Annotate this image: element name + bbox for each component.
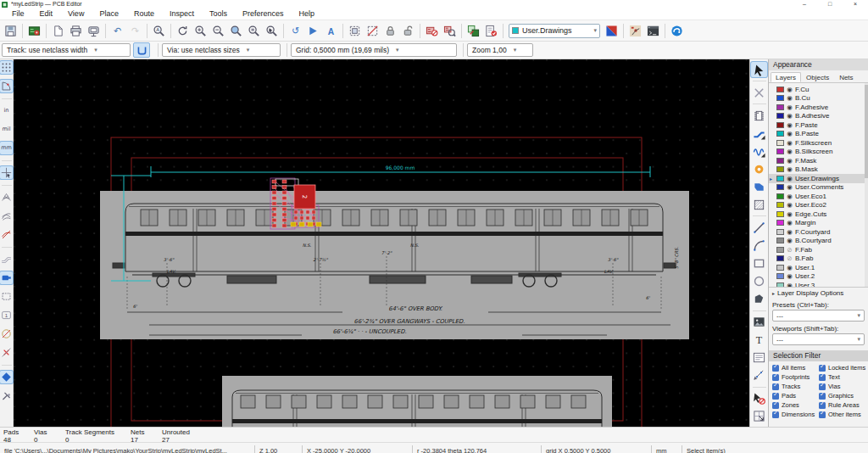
- layer-row[interactable]: ◉User.3: [769, 281, 868, 287]
- layer-row[interactable]: ◉B.Paste: [769, 130, 868, 139]
- add-text-button[interactable]: T: [751, 333, 767, 348]
- layer-row[interactable]: ◉F.Courtyard: [769, 227, 868, 237]
- curved-ratsnest-button[interactable]: [0, 210, 13, 222]
- smd-pad[interactable]: [312, 210, 315, 214]
- menu-inspect[interactable]: Inspect: [162, 8, 202, 20]
- layer-select[interactable]: User.Drawings▾: [509, 24, 600, 38]
- smd-pad[interactable]: [282, 197, 287, 200]
- search-footprints-button[interactable]: [441, 22, 459, 40]
- checkbox-checked[interactable]: [772, 374, 779, 381]
- layer-row[interactable]: ⊘B.Fab: [769, 254, 868, 264]
- layer-row[interactable]: ◉User.Comments: [769, 183, 868, 193]
- ungroup-button[interactable]: [364, 22, 381, 40]
- layer-row[interactable]: ◉User.2: [769, 272, 868, 282]
- rotate-ccw-button[interactable]: ↺: [287, 22, 304, 40]
- draw-line-button[interactable]: [751, 220, 767, 235]
- save-button[interactable]: [2, 22, 19, 40]
- add-textbox-button[interactable]: [751, 350, 767, 366]
- layer-color-swatch[interactable]: [776, 113, 784, 119]
- full-crosshair-button[interactable]: [0, 166, 13, 179]
- smd-pad[interactable]: [282, 208, 287, 211]
- smd-pad[interactable]: [312, 216, 315, 220]
- layer-row[interactable]: ◉B.Silkscreen: [769, 148, 868, 157]
- checkbox-checked[interactable]: [772, 411, 779, 418]
- flip-button[interactable]: [304, 22, 322, 40]
- layer-row[interactable]: ◉F.Cu: [769, 85, 868, 94]
- smd-pad[interactable]: [306, 216, 309, 220]
- polar-coordinates-button[interactable]: [0, 80, 13, 92]
- layer-color-swatch[interactable]: [776, 273, 784, 279]
- zone-display-mode-button[interactable]: [0, 371, 13, 383]
- board-setup-button[interactable]: [25, 22, 43, 40]
- visibility-eye-icon[interactable]: ◉: [785, 210, 794, 218]
- layer-row[interactable]: ▸◉User.Drawings: [769, 174, 868, 183]
- refresh-view-button[interactable]: [174, 22, 192, 40]
- smd-pad[interactable]: [294, 210, 298, 214]
- checkbox-checked[interactable]: [819, 402, 826, 409]
- title-bar[interactable]: *myLedStrip — PCB Editor –□×: [0, 0, 868, 8]
- visibility-eye-icon[interactable]: ◉: [785, 282, 794, 287]
- smd-pad[interactable]: [282, 219, 287, 222]
- add-dimension-button[interactable]: [751, 368, 767, 383]
- ratsnest-visibility-button[interactable]: [0, 228, 13, 241]
- smd-pad[interactable]: [282, 224, 287, 227]
- add-rule-area-button[interactable]: [751, 197, 767, 212]
- grid-origin-button[interactable]: [751, 409, 767, 424]
- layer-color-swatch[interactable]: [776, 122, 784, 128]
- units-mils-button[interactable]: mil: [0, 123, 13, 136]
- checkbox-checked[interactable]: [772, 402, 779, 409]
- undo-button[interactable]: ↶: [108, 22, 126, 40]
- smd-pad[interactable]: [299, 222, 304, 226]
- zoom-selection-button[interactable]: [263, 22, 281, 40]
- draw-arc-button[interactable]: [751, 238, 767, 253]
- maximize-button[interactable]: □: [817, 0, 843, 8]
- visibility-eye-icon[interactable]: ◉: [785, 219, 794, 226]
- visibility-eye-icon[interactable]: ◉: [785, 165, 794, 173]
- unlock-button[interactable]: [399, 22, 417, 40]
- local-ratsnest-button[interactable]: [751, 85, 767, 100]
- find-button[interactable]: A: [150, 22, 168, 40]
- layer-color-swatch[interactable]: [776, 131, 784, 137]
- layer-row[interactable]: ◉B.Mask: [769, 165, 868, 175]
- smd-pad[interactable]: [282, 186, 287, 189]
- layer-color-swatch[interactable]: [776, 95, 784, 101]
- visibility-eye-icon[interactable]: ◉: [785, 86, 794, 93]
- free-angle-mode-button[interactable]: [0, 327, 13, 340]
- footprint-properties-button[interactable]: [626, 22, 644, 40]
- menu-route[interactable]: Route: [126, 8, 162, 20]
- tab-nets[interactable]: Nets: [834, 72, 858, 82]
- units-mm-button[interactable]: mm: [0, 142, 13, 154]
- pcb-canvas[interactable]: N.S. N.S. 3'-6" 2'-7½" 7'-2" 3'-6" LAV. …: [14, 59, 749, 427]
- checkbox-checked[interactable]: [819, 393, 826, 400]
- menu-preferences[interactable]: Preferences: [235, 8, 292, 20]
- layer-color-swatch[interactable]: [776, 265, 784, 271]
- smd-pad[interactable]: [272, 197, 276, 200]
- zoom-fit-button[interactable]: [227, 22, 245, 40]
- layer-color-swatch[interactable]: [776, 166, 784, 172]
- add-zone-button[interactable]: [751, 179, 767, 194]
- pad-numbers-button[interactable]: 1: [0, 309, 13, 322]
- auto-track-width-button[interactable]: [133, 42, 150, 58]
- show-ratsnest-button[interactable]: [0, 191, 13, 204]
- layer-color-swatch[interactable]: [776, 247, 784, 253]
- visibility-eye-icon[interactable]: ◉: [785, 148, 794, 155]
- visibility-eye-icon[interactable]: ◉: [785, 272, 794, 280]
- smd-pad[interactable]: [272, 219, 276, 222]
- redo-button[interactable]: ↷: [126, 22, 144, 40]
- visibility-eye-icon[interactable]: ◉: [785, 264, 794, 271]
- layer-row[interactable]: ◉B.Adhesive: [769, 112, 868, 121]
- layer-row[interactable]: ◉User.Eco1: [769, 192, 868, 201]
- layer-row[interactable]: ◉User.1: [769, 263, 868, 272]
- smd-pad[interactable]: [282, 191, 287, 194]
- layer-color-swatch[interactable]: [776, 211, 784, 217]
- layer-pair-button[interactable]: [603, 22, 620, 40]
- visibility-eye-icon[interactable]: ◉: [785, 237, 794, 244]
- layer-color-swatch[interactable]: [776, 104, 784, 110]
- tab-objects[interactable]: Objects: [801, 72, 834, 82]
- menu-edit[interactable]: Edit: [32, 8, 61, 20]
- smd-pad[interactable]: [272, 202, 276, 205]
- draw-circle-button[interactable]: [751, 274, 767, 289]
- smd-pad[interactable]: [294, 216, 298, 220]
- presets-select[interactable]: ---▾: [772, 310, 865, 322]
- layer-row[interactable]: ◉Margin: [769, 219, 868, 228]
